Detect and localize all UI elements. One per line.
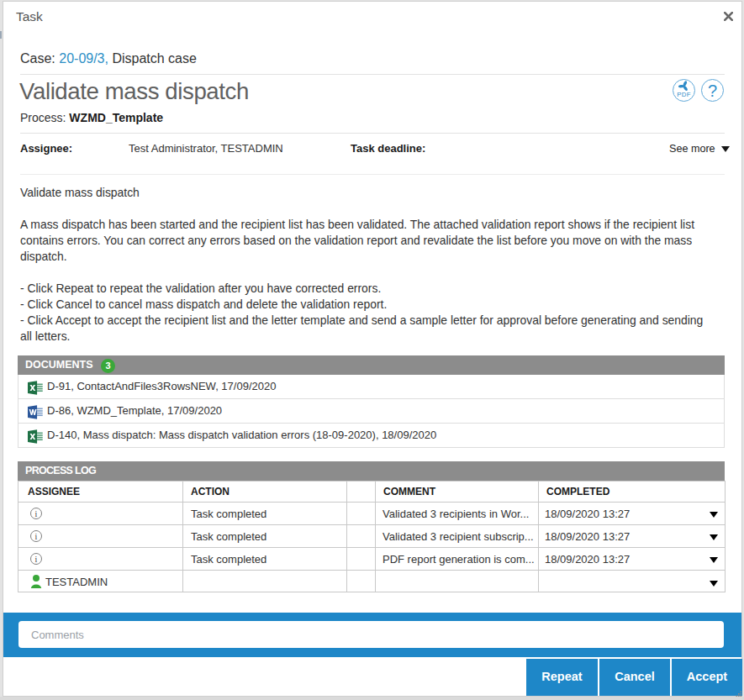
svg-text:PDF: PDF	[677, 91, 691, 98]
